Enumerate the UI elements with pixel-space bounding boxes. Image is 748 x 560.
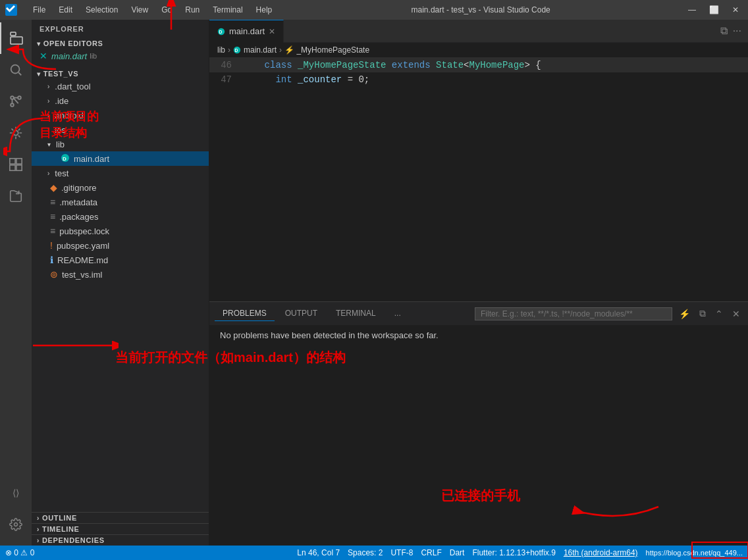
close-button[interactable]: ✕	[728, 4, 743, 16]
open-editor-filename: main.dart	[51, 51, 87, 61]
minimize-button[interactable]: —	[684, 4, 700, 16]
title-bar: File Edit Selection View Go Run Terminal…	[0, 0, 748, 20]
panel-actions: ⚡ ⧉ ⌃ ✕	[475, 307, 743, 320]
ide-label: .ide	[55, 96, 68, 106]
settings-activity-icon[interactable]	[0, 509, 32, 540]
outline-header[interactable]: › OUTLINE	[32, 513, 209, 523]
collapse-icon[interactable]: ⌃	[712, 307, 726, 320]
breadcrumb-file[interactable]: main.dart	[244, 45, 277, 55]
panel-tab-bar: PROBLEMS OUTPUT TERMINAL ... ⚡ ⧉ ⌃ ✕	[209, 302, 748, 325]
panel-tab-terminal[interactable]: TERMINAL	[328, 306, 384, 321]
iml-file[interactable]: ⊚ test_vs.iml	[32, 267, 209, 282]
activity-bar: ⟨⟩	[0, 20, 32, 546]
pubspec-yaml-file[interactable]: ! pubspec.yaml	[32, 238, 209, 253]
svg-rect-12	[16, 159, 22, 164]
svg-point-10	[13, 130, 18, 135]
menu-file[interactable]: File	[28, 4, 51, 16]
status-errors[interactable]: ⊗ 0 ⚠ 0	[5, 548, 34, 557]
pubspec-lock-file[interactable]: ≡ pubspec.lock	[32, 224, 209, 238]
menu-view[interactable]: View	[126, 4, 153, 16]
rss-icon: ⊚	[50, 269, 58, 280]
android-folder[interactable]: › android	[32, 108, 209, 122]
search-activity-icon[interactable]	[0, 54, 32, 86]
lib-folder[interactable]: ▾ lib	[32, 137, 209, 151]
panel-filter-input[interactable]	[475, 307, 672, 320]
main-dart-label: main.dart	[74, 154, 109, 164]
debug-activity-icon[interactable]	[0, 117, 32, 149]
window-controls: — ⬜ ✕	[684, 4, 743, 16]
test-folder[interactable]: › test	[32, 166, 209, 180]
menu-edit[interactable]: Edit	[53, 4, 78, 16]
status-flutter[interactable]: Flutter: 1.12.13+hotfix.9	[472, 548, 555, 557]
svg-point-4	[11, 96, 14, 99]
svg-line-3	[18, 72, 21, 75]
ios-chevron: ›	[47, 126, 49, 134]
metadata-icon: ≡	[50, 197, 55, 207]
status-url: https://blog.csdn.net/qq_449...	[646, 549, 743, 557]
dart-tool-label: .dart_tool	[55, 82, 90, 91]
dependencies-chevron: ›	[37, 537, 40, 544]
source-control-activity-icon[interactable]	[0, 86, 32, 117]
tab-label: main.dart	[229, 26, 265, 36]
dependencies-section: › DEPENDENCIES	[32, 534, 209, 546]
menu-terminal[interactable]: Terminal	[207, 4, 248, 16]
status-eol[interactable]: CRLF	[421, 548, 441, 557]
maximize-button[interactable]: ⬜	[705, 4, 723, 16]
ide-folder[interactable]: › .ide	[32, 93, 209, 108]
menu-help[interactable]: Help	[251, 4, 278, 16]
status-spaces[interactable]: Spaces: 2	[348, 548, 383, 557]
code-area[interactable]: 46 class _MyHomePageState extends State<…	[209, 58, 748, 301]
open-editor-path: lib	[90, 52, 97, 60]
dart-tool-chevron: ›	[47, 83, 49, 90]
panel-tab-problems[interactable]: PROBLEMS	[215, 306, 275, 321]
code-content-47: int _counter = 0;	[242, 72, 369, 87]
panel-tab-output[interactable]: OUTPUT	[277, 306, 325, 321]
explorer-activity-icon[interactable]	[0, 22, 32, 54]
main-dart-file[interactable]: D main.dart	[32, 151, 209, 166]
filter-icon[interactable]: ⚡	[676, 307, 693, 320]
panel-ellipsis[interactable]: ...	[387, 306, 409, 321]
close-panel-button[interactable]: ✕	[730, 307, 743, 320]
menu-go[interactable]: Go	[156, 4, 177, 16]
copy-icon[interactable]: ⧉	[697, 307, 708, 320]
timeline-section: › TIMELINE	[32, 523, 209, 534]
status-language[interactable]: Dart	[450, 548, 465, 557]
open-editors-header[interactable]: ▾ OPEN EDITORS	[32, 38, 209, 49]
metadata-file[interactable]: ≡ .metadata	[32, 195, 209, 209]
packages-file[interactable]: ≡ .packages	[32, 209, 209, 224]
menu-run[interactable]: Run	[180, 4, 205, 16]
pubspec-lock-label: pubspec.lock	[59, 226, 109, 236]
menu-selection[interactable]: Selection	[80, 4, 123, 16]
tab-close-button[interactable]: ✕	[269, 27, 275, 36]
breadcrumb-lib[interactable]: lib	[217, 45, 225, 55]
dart-tool-folder[interactable]: › .dart_tool	[32, 79, 209, 93]
open-editor-main-dart[interactable]: ✕ main.dart lib	[32, 49, 209, 63]
remote-activity-icon[interactable]: ⟨⟩	[0, 477, 32, 509]
svg-line-9	[14, 98, 18, 103]
line-number-47: 47	[209, 72, 242, 87]
dependencies-header[interactable]: › DEPENDENCIES	[32, 535, 209, 546]
test-activity-icon[interactable]	[0, 180, 32, 212]
status-device[interactable]: 16th (android-arm64)	[564, 548, 638, 557]
test-vs-header[interactable]: ▾ TEST_VS	[32, 68, 209, 79]
tab-actions: ⧉ ···	[719, 24, 748, 38]
status-position[interactable]: Ln 46, Col 7	[297, 548, 340, 557]
metadata-label: .metadata	[59, 197, 97, 207]
readme-file[interactable]: ℹ README.md	[32, 253, 209, 267]
gitignore-file[interactable]: ◆ .gitignore	[32, 180, 209, 195]
packages-label: .packages	[59, 212, 98, 222]
outline-chevron: ›	[37, 515, 40, 522]
timeline-header[interactable]: › TIMELINE	[32, 524, 209, 534]
ios-folder[interactable]: › ios	[32, 122, 209, 137]
breadcrumb: lib › D main.dart › ⚡ _MyHomePageState	[209, 43, 748, 58]
more-actions-button[interactable]: ···	[732, 24, 743, 38]
open-editors-section: ▾ OPEN EDITORS ✕ main.dart lib	[32, 36, 209, 66]
status-encoding[interactable]: UTF-8	[390, 548, 413, 557]
main-dart-tab[interactable]: D main.dart ✕	[209, 20, 284, 43]
extensions-activity-icon[interactable]	[0, 149, 32, 180]
breadcrumb-symbol[interactable]: ⚡ _MyHomePageState	[284, 45, 369, 55]
split-editor-button[interactable]: ⧉	[719, 24, 729, 38]
ide-chevron: ›	[47, 97, 49, 105]
timeline-chevron: ›	[37, 526, 40, 533]
test-vs-chevron: ▾	[37, 70, 41, 78]
